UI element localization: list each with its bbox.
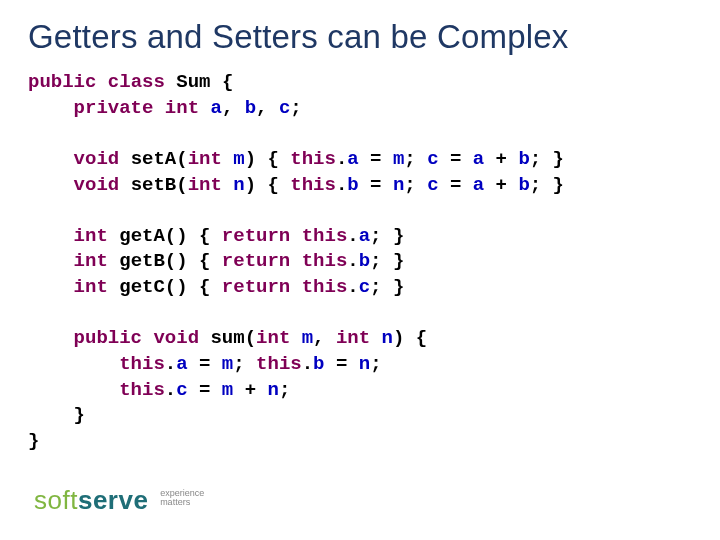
logo-soft: soft	[34, 485, 78, 515]
kw-void: void	[74, 148, 120, 170]
code-block: public class Sum { private int a, b, c; …	[28, 70, 692, 455]
method-setA: setA	[131, 148, 177, 170]
method-sum: sum	[210, 327, 244, 349]
logo-serve: serve	[78, 485, 148, 515]
method-setB: setB	[131, 174, 177, 196]
field-b: b	[245, 97, 256, 119]
logo-tag-line2: matters	[160, 497, 190, 507]
logo-tagline: experience matters	[160, 489, 204, 508]
kw-private: private	[74, 97, 154, 119]
kw-public: public	[28, 71, 96, 93]
slide: Getters and Setters can be Complex publi…	[0, 0, 720, 540]
kw-class: class	[108, 71, 165, 93]
method-getA: getA	[119, 225, 165, 247]
slide-title: Getters and Setters can be Complex	[28, 18, 692, 56]
method-getB: getB	[119, 250, 165, 272]
kw-int: int	[165, 97, 199, 119]
class-name: Sum	[176, 71, 210, 93]
method-getC: getC	[119, 276, 165, 298]
logo: softserve experience matters	[34, 485, 204, 516]
field-c: c	[279, 97, 290, 119]
logo-text: softserve	[34, 485, 156, 515]
field-a: a	[210, 97, 221, 119]
